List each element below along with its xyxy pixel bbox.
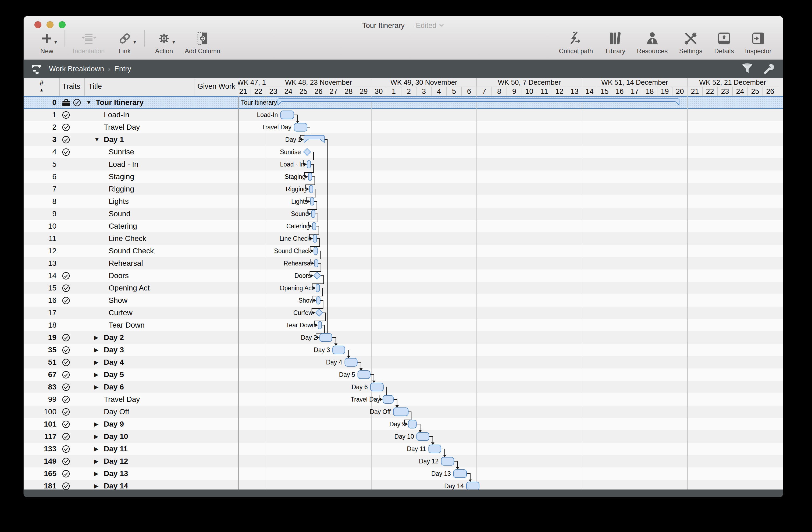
gantt-task-bar[interactable] [441, 457, 454, 465]
gantt-task-bar[interactable] [309, 185, 313, 193]
gantt-task-bar[interactable] [320, 333, 332, 342]
grid-header: # ▲ Traits Title Given Work WK 47, 12122… [24, 78, 783, 96]
breadcrumb-view[interactable]: Work Breakdown [49, 65, 104, 73]
dependency-arrow-icon [469, 479, 472, 482]
dependency-arrow-icon [360, 368, 363, 371]
gantt-task-bar[interactable] [316, 284, 319, 292]
gantt-bar-label: Rigging [286, 186, 307, 192]
gantt-task-bar[interactable] [345, 358, 357, 366]
gantt-task-bar[interactable] [429, 445, 441, 453]
gantt-task-bar[interactable] [317, 297, 320, 304]
dependency-arrow-icon [380, 398, 382, 401]
new-dropdown-caret[interactable]: ▾ [54, 39, 57, 45]
dependency-arrow-icon [305, 175, 308, 178]
gantt-task-bar[interactable] [308, 173, 312, 181]
details-button[interactable]: Details [709, 30, 739, 55]
timeline-day-header: 23 [266, 87, 281, 96]
title-chevron-down-icon[interactable] [438, 23, 445, 27]
toolbar: ▾ New Indentation [24, 30, 783, 59]
wrench-icon [763, 63, 776, 75]
gantt-bar-label: Curfew [293, 309, 313, 316]
gantt-task-bar[interactable] [466, 482, 479, 489]
timeline-day-header: 6 [461, 87, 476, 96]
gantt-task-bar[interactable] [311, 210, 315, 218]
gear-icon [157, 32, 171, 45]
gantt-task-bar[interactable] [408, 420, 416, 428]
gantt-task-bar[interactable] [280, 111, 294, 119]
gantt-milestone-diamond[interactable] [314, 272, 321, 279]
timeline-day-header: 21 [238, 87, 250, 96]
timeline-day-header: 22 [702, 87, 717, 96]
gantt-bar-label: Line Check [280, 235, 311, 242]
link-chain-icon [118, 32, 132, 45]
resources-button[interactable]: Resources [632, 30, 673, 55]
new-button[interactable]: ▾ New [33, 30, 61, 55]
timeline-day-header: 17 [627, 87, 642, 96]
timeline-day-header: 27 [326, 87, 341, 96]
gantt-task-bar[interactable] [333, 346, 345, 354]
bottom-scroller-bar[interactable] [24, 489, 783, 497]
gantt-task-bar[interactable] [294, 123, 307, 131]
gantt-task-bar[interactable] [371, 383, 383, 391]
inspector-button[interactable]: Inspector [739, 30, 777, 55]
timeline-day-header: 22 [250, 87, 266, 96]
column-header-given-work[interactable]: Given Work [194, 78, 238, 96]
gantt-summary-bar[interactable] [278, 99, 679, 105]
work-breakdown-view-icon[interactable] [31, 63, 44, 74]
gantt-bar-label: Lights [291, 198, 308, 205]
gantt-task-bar[interactable] [307, 161, 310, 168]
gantt-bar-label: Load-In [257, 111, 278, 118]
timeline-day-header: 10 [522, 87, 537, 96]
gantt-task-bar[interactable] [453, 470, 466, 478]
gantt-bar-label: Rehearsal [284, 260, 312, 267]
link-dropdown-caret[interactable]: ▾ [133, 39, 136, 45]
gantt-bar-label: Day 9 [389, 421, 405, 428]
link-button[interactable]: ▾ Link [109, 30, 141, 55]
critical-path-button[interactable]: Critical path [553, 30, 599, 55]
timeline-week-header: WK 51, 14 December [582, 78, 687, 87]
gantt-bar-label: Travel Day [262, 124, 291, 131]
add-column-button[interactable]: Add Column [179, 30, 225, 55]
gantt-task-bar[interactable] [318, 321, 322, 329]
dependency-arrow-icon [308, 212, 311, 215]
breadcrumb-mode[interactable]: Entry [114, 65, 131, 73]
action-dropdown-caret[interactable]: ▾ [172, 39, 175, 45]
add-column-icon [196, 31, 209, 45]
document-state[interactable]: Edited [416, 21, 437, 30]
gantt-bar-label: Day Off [370, 408, 391, 415]
view-options-button[interactable] [763, 63, 776, 75]
library-button[interactable]: Library [599, 30, 632, 55]
gantt-bar-label: Day 3 [314, 346, 330, 354]
gantt-task-bar[interactable] [313, 222, 316, 230]
gantt-task-bar[interactable] [313, 235, 317, 242]
timeline-day-header: 23 [717, 87, 733, 96]
timeline-day-header: 12 [552, 87, 567, 96]
column-header-number[interactable]: # ▲ [24, 78, 60, 96]
gantt-task-bar[interactable] [383, 396, 393, 403]
dependency-arrow-icon [311, 274, 314, 277]
indentation-icon [81, 32, 96, 44]
gantt-task-bar[interactable] [315, 260, 318, 267]
dependency-arrow-icon [313, 311, 315, 314]
gantt-task-bar[interactable] [310, 198, 314, 205]
gantt-task-bar[interactable] [314, 247, 317, 255]
gantt-task-bar[interactable] [358, 371, 370, 379]
gantt-milestone-diamond[interactable] [304, 148, 310, 156]
critical-path-icon [569, 31, 583, 45]
action-button[interactable]: ▾ Action [148, 30, 179, 55]
gantt-task-bar[interactable] [417, 432, 429, 441]
filter-button[interactable] [741, 63, 753, 75]
gantt-summary-bar[interactable] [304, 135, 324, 143]
dependency-arrow-icon [311, 249, 314, 253]
column-header-title[interactable]: Title [85, 78, 194, 96]
dependency-arrow-icon [313, 286, 316, 290]
gantt-task-bar[interactable] [393, 408, 408, 416]
settings-button[interactable]: Settings [673, 30, 709, 55]
gantt-milestone-diamond[interactable] [316, 309, 323, 316]
column-header-traits[interactable]: Traits [60, 78, 85, 96]
gantt-bar-label: Day 1 [285, 136, 301, 143]
dependency-arrow-icon [311, 262, 314, 265]
gantt-bar-label: Sound [291, 210, 309, 217]
timeline-day-header: 24 [281, 87, 296, 96]
timeline-day-header: 13 [567, 87, 582, 96]
